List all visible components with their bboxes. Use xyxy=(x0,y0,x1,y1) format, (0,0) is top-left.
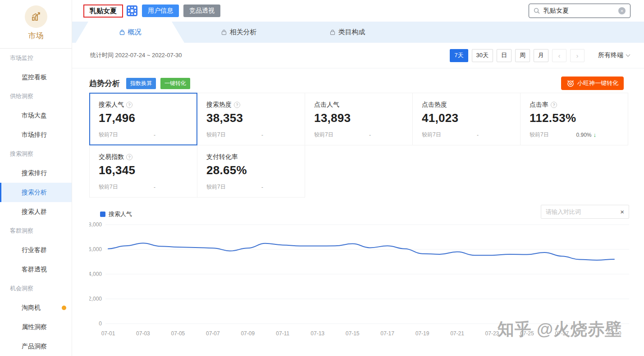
card-title: 点击热度 xyxy=(422,101,447,109)
search-box[interactable]: 乳贴女夏 × xyxy=(529,4,630,18)
svg-text:07-13: 07-13 xyxy=(311,330,324,337)
chevron-left-icon[interactable]: ‹ xyxy=(552,49,566,62)
range-30d-button[interactable]: 30天 xyxy=(472,49,493,62)
svg-text:8,000: 8,000 xyxy=(89,221,102,228)
metric-cards-row1: 搜索人气? 17,496 较前7日- 搜索热度? 38,353 较前7日- 点击… xyxy=(89,93,630,145)
tab-category-composition[interactable]: 类目构成 xyxy=(293,22,402,43)
card-value: 38,353 xyxy=(206,111,296,125)
chevron-right-icon[interactable]: › xyxy=(570,49,585,62)
help-icon[interactable]: ? xyxy=(234,102,240,108)
svg-text:07-30: 07-30 xyxy=(607,330,621,337)
compare-value: - xyxy=(154,132,155,138)
tab-related-analysis[interactable]: 相关分析 xyxy=(184,22,293,43)
section-title: 趋势分析 xyxy=(89,78,120,89)
svg-text:07-21: 07-21 xyxy=(450,330,464,337)
competitor-perspective-badge[interactable]: 竞品透视 xyxy=(183,5,220,17)
index-convert-badge[interactable]: 指数换算 xyxy=(126,78,156,89)
svg-text:07-27: 07-27 xyxy=(555,330,569,337)
one-key-convert-badge[interactable]: 一键转化 xyxy=(160,78,190,89)
sidebar-group-customer-insight: 客群洞察 xyxy=(0,221,72,240)
user-info-badge[interactable]: 用户信息 xyxy=(142,5,179,17)
sidebar-item-tao-opportunity[interactable]: 淘商机 xyxy=(0,298,72,317)
metric-card-search-popularity[interactable]: 搜索人气? 17,496 较前7日- xyxy=(89,93,197,145)
sidebar-item-product-insight[interactable]: 产品洞察 xyxy=(0,337,72,356)
compare-label: 较前7日 xyxy=(530,131,549,139)
trend-chart: 02,0004,0006,0008,00007-0107-0307-0507-0… xyxy=(89,221,633,343)
help-icon[interactable]: ? xyxy=(126,154,132,160)
topbar: 乳贴女夏 用户信息 竞品透视 乳贴女夏 × xyxy=(72,0,644,22)
sidebar-item-search-crowd[interactable]: 搜索人群 xyxy=(0,202,72,221)
sidebar-logo-label: 市场 xyxy=(0,31,72,41)
tab-label: 相关分析 xyxy=(230,28,257,36)
clear-compare-icon[interactable]: × xyxy=(620,208,624,216)
sidebar-item-search-analysis[interactable]: 搜索分析 xyxy=(0,183,72,202)
sidebar-item-market-ranking[interactable]: 市场排行 xyxy=(0,125,72,144)
sidebar-group-opportunity-insight: 机会洞察 xyxy=(0,279,72,298)
sidebar-item-attribute-insight[interactable]: 属性洞察 xyxy=(0,317,72,337)
svg-text:0: 0 xyxy=(99,320,102,327)
range-week-button[interactable]: 周 xyxy=(515,49,530,62)
notification-dot xyxy=(62,306,66,310)
search-input-value[interactable]: 乳贴女夏 xyxy=(544,7,618,15)
sidebar-market-logo[interactable]: 市场 xyxy=(0,0,72,48)
tab-overview[interactable]: 概况 xyxy=(76,22,184,43)
tab-label: 概况 xyxy=(128,28,142,36)
metric-card-click-popularity[interactable]: 点击人气 13,893 较前7日- xyxy=(305,93,413,145)
stats-toolbar: 统计时间 2022-07-24 ~ 2022-07-30 7天 30天 日 周 … xyxy=(72,43,644,68)
range-day-button[interactable]: 日 xyxy=(497,49,512,62)
svg-text:07-05: 07-05 xyxy=(171,330,185,337)
sidebar-item-industry-customer[interactable]: 行业客群 xyxy=(0,240,72,260)
svg-text:07-01: 07-01 xyxy=(101,330,115,337)
card-value: 17,496 xyxy=(99,111,188,125)
svg-text:2,000: 2,000 xyxy=(89,296,102,302)
clear-search-icon[interactable]: × xyxy=(618,7,626,14)
trend-section: 趋势分析 指数换算 一键转化 小旺神一键转化 搜索人气? 17,496 xyxy=(72,68,644,356)
help-icon[interactable]: ? xyxy=(126,102,132,108)
compare-keyword-input[interactable]: 请输入对比词 × xyxy=(541,205,629,219)
compare-value: - xyxy=(477,132,479,138)
range-month-button[interactable]: 月 xyxy=(534,49,548,62)
sidebar-group-market-monitor: 市场监控 xyxy=(0,49,72,68)
sidebar-item-monitor-board[interactable]: 监控看板 xyxy=(0,68,72,87)
sidebar-item-market-overview[interactable]: 市场大盘 xyxy=(0,106,72,125)
help-icon[interactable]: ? xyxy=(551,102,557,108)
compare-value: - xyxy=(369,132,371,138)
compare-input-placeholder: 请输入对比词 xyxy=(546,208,620,216)
metric-card-click-rate[interactable]: 点击率? 112.53% 较前7日 0.90%↓ xyxy=(520,93,628,145)
range-controls: 7天 30天 日 周 月 ‹ › 所有终端 xyxy=(450,49,630,62)
sidebar-item-search-ranking[interactable]: 搜索排行 xyxy=(0,163,72,183)
metric-card-payment-conversion[interactable]: 支付转化率 28.65% 较前7日- xyxy=(197,145,305,198)
chart-legend[interactable]: 搜索人气 xyxy=(100,210,132,218)
card-title: 交易指数 xyxy=(99,153,124,161)
svg-text:07-23: 07-23 xyxy=(485,330,499,337)
search-icon xyxy=(534,8,540,14)
sidebar-item-label: 淘商机 xyxy=(22,304,41,311)
stat-time-label: 统计时间 2022-07-24 ~ 2022-07-30 xyxy=(90,51,182,59)
range-7d-button[interactable]: 7天 xyxy=(450,49,468,62)
metric-cards-row2: 交易指数? 16,345 较前7日- 支付转化率 28.65% 较前7日- xyxy=(89,145,630,198)
metric-card-click-heat[interactable]: 点击热度 41,023 较前7日- xyxy=(412,93,521,145)
compare-value: - xyxy=(154,184,155,190)
bag-icon xyxy=(329,29,336,36)
chart-header: 搜索人气 请输入对比词 × xyxy=(89,205,630,220)
app-icon[interactable] xyxy=(127,5,137,16)
mascot-icon xyxy=(566,79,575,87)
xiaowangshen-convert-button[interactable]: 小旺神一键转化 xyxy=(561,77,624,90)
sidebar-item-customer-perspective[interactable]: 客群透视 xyxy=(0,260,72,279)
legend-swatch xyxy=(100,212,105,217)
compare-label: 较前7日 xyxy=(99,131,118,139)
terminal-label: 所有终端 xyxy=(598,51,623,59)
terminal-select[interactable]: 所有终端 xyxy=(598,51,630,59)
sidebar-group-supply-insight: 供给洞察 xyxy=(0,87,72,106)
bag-icon xyxy=(221,29,227,36)
metric-card-search-heat[interactable]: 搜索热度? 38,353 较前7日- xyxy=(197,93,305,145)
cta-label: 小旺神一键转化 xyxy=(577,79,618,87)
card-title: 点击人气 xyxy=(314,101,339,109)
sidebar-group-search-insight: 搜索洞察 xyxy=(0,144,72,163)
tab-label: 类目构成 xyxy=(338,28,365,36)
compare-label: 较前7日 xyxy=(206,183,226,191)
metric-card-transaction-index[interactable]: 交易指数? 16,345 较前7日- xyxy=(89,145,197,198)
compare-value: 0.90%↓ xyxy=(576,131,596,138)
svg-text:6,000: 6,000 xyxy=(89,246,102,252)
sidebar: 市场 市场监控 监控看板 供给洞察 市场大盘 市场排行 搜索洞察 搜索排行 搜索… xyxy=(0,0,72,356)
